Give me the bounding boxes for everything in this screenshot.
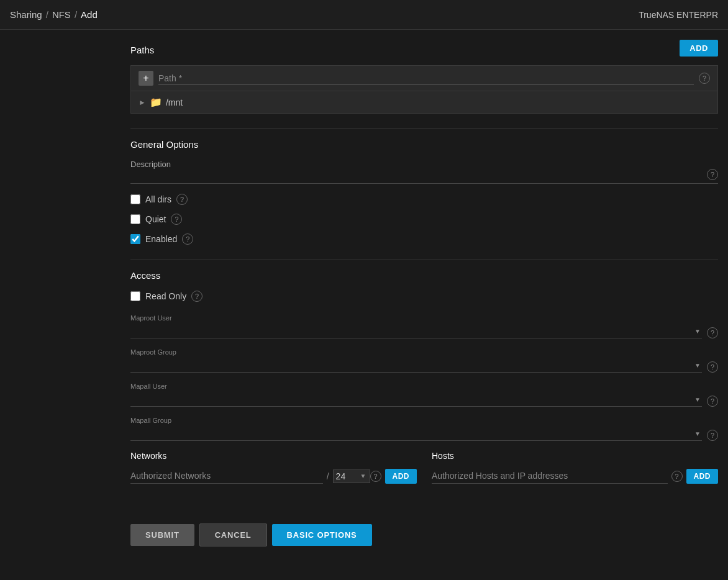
quiet-label: Quiet [145, 214, 166, 224]
enabled-checkbox[interactable] [130, 234, 140, 244]
basic-options-button[interactable]: BASIC OPTIONS [272, 524, 372, 546]
networks-add-button[interactable]: ADD [385, 469, 417, 484]
breadcrumb: Sharing / NFS / Add [10, 9, 98, 20]
path-input[interactable] [158, 72, 694, 85]
all-dirs-label: All dirs [145, 194, 171, 204]
submit-button[interactable]: SUBMIT [130, 524, 194, 546]
breadcrumb-sep2: / [75, 9, 77, 20]
networks-title: Networks [130, 451, 417, 461]
footer: SUBMIT CANCEL BASIC OPTIONS [0, 514, 728, 556]
hosts-help-icon[interactable]: ? [671, 471, 683, 482]
hosts-title: Hosts [432, 451, 718, 461]
maproot-group-help-icon[interactable]: ? [707, 361, 718, 373]
mapall-user-help-icon[interactable]: ? [707, 396, 718, 407]
maproot-user-select[interactable] [130, 323, 702, 338]
description-help-icon[interactable]: ? [707, 169, 718, 180]
cidr-select[interactable]: 24 8 16 32 [333, 469, 370, 483]
quiet-help-icon[interactable]: ? [171, 214, 182, 225]
enabled-help-icon[interactable]: ? [182, 233, 193, 245]
hosts-add-button[interactable]: ADD [686, 469, 719, 484]
breadcrumb-current: Add [81, 9, 98, 20]
maproot-user-row: Maproot User ▼ ? [130, 314, 718, 338]
mapall-group-select[interactable] [130, 425, 702, 441]
authorized-hosts-row: ? ADD [432, 468, 718, 484]
general-options-title: General Options [130, 139, 718, 150]
authorized-networks-input[interactable] [130, 468, 323, 484]
path-tree-row: ► 📁 /mnt [130, 91, 718, 114]
description-input[interactable] [130, 160, 718, 184]
networks-col: Networks / 24 8 16 32 ▼ ? ADD [130, 451, 417, 484]
enabled-label: Enabled [145, 234, 177, 244]
brand-label: TrueNAS ENTERPR [639, 10, 718, 20]
folder-icon: 📁 [150, 96, 162, 108]
general-options-section: General Options Description ? All dirs ?… [130, 139, 718, 245]
maproot-user-label: Maproot User [130, 314, 702, 322]
slash-separator: / [327, 471, 329, 481]
networks-help-icon[interactable]: ? [370, 471, 381, 482]
maproot-group-label: Maproot Group [130, 348, 702, 356]
authorized-hosts-input[interactable] [432, 468, 668, 484]
mapall-user-label: Mapall User [130, 383, 702, 390]
enabled-row: Enabled ? [130, 233, 718, 245]
path-add-icon: + [139, 71, 153, 86]
access-section: Access Read Only ? Maproot User ▼ ? Mapr… [130, 270, 718, 484]
paths-section: Paths ADD + ? ► 📁 /mnt [130, 45, 718, 114]
quiet-checkbox[interactable] [130, 214, 140, 224]
mapall-group-label: Mapall Group [130, 417, 702, 424]
tree-label: /mnt [166, 97, 183, 107]
authorized-networks-row: / 24 8 16 32 ▼ ? ADD [130, 468, 417, 484]
all-dirs-checkbox[interactable] [130, 194, 140, 204]
read-only-help-icon[interactable]: ? [191, 291, 202, 302]
mapall-user-select[interactable] [130, 391, 702, 407]
maproot-group-row: Maproot Group ▼ ? [130, 348, 718, 373]
read-only-label: Read Only [145, 291, 186, 301]
path-help-icon[interactable]: ? [699, 73, 710, 84]
quiet-row: Quiet ? [130, 214, 718, 225]
all-dirs-row: All dirs ? [130, 194, 718, 205]
breadcrumb-nfs[interactable]: NFS [52, 9, 71, 20]
breadcrumb-sep1: / [46, 9, 48, 20]
maproot-user-help-icon[interactable]: ? [707, 327, 718, 338]
all-dirs-help-icon[interactable]: ? [176, 194, 188, 205]
maproot-group-select[interactable] [130, 357, 702, 373]
hosts-col: Hosts ? ADD [432, 451, 718, 484]
paths-add-button[interactable]: ADD [680, 40, 718, 57]
tree-arrow-icon: ► [139, 98, 146, 107]
mapall-group-row: Mapall Group ▼ ? [130, 417, 718, 441]
mapall-user-row: Mapall User ▼ ? [130, 383, 718, 407]
access-section-title: Access [130, 270, 718, 281]
mapall-group-help-icon[interactable]: ? [707, 430, 718, 441]
breadcrumb-sharing[interactable]: Sharing [10, 9, 42, 20]
top-bar: Sharing / NFS / Add TrueNAS ENTERPR [0, 0, 728, 30]
paths-section-title: Paths [130, 45, 718, 55]
read-only-row: Read Only ? [130, 291, 718, 302]
read-only-checkbox[interactable] [130, 291, 140, 301]
cancel-button[interactable]: CANCEL [199, 523, 267, 546]
